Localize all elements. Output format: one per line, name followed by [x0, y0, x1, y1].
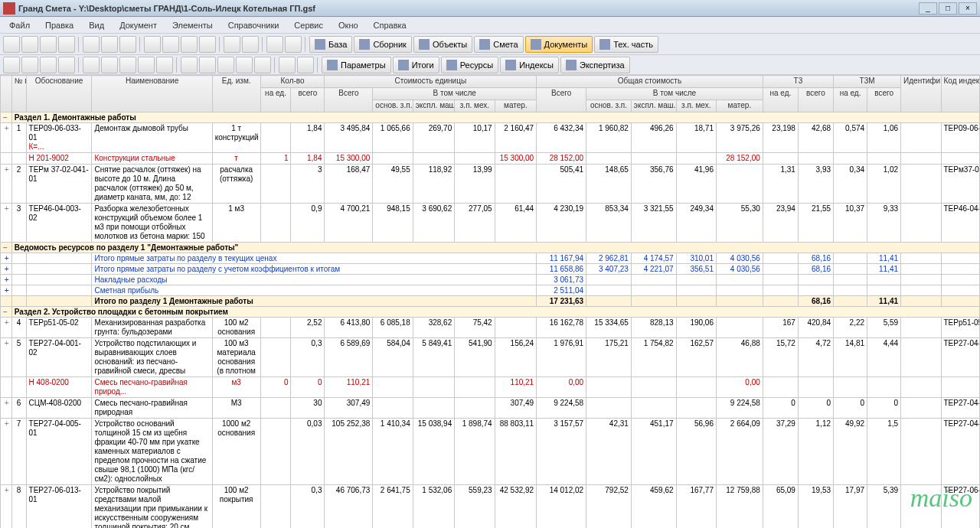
minimize-button[interactable]: _ — [919, 2, 937, 15]
tool-open-icon[interactable] — [21, 36, 38, 53]
col-name[interactable]: Наименование — [92, 76, 212, 112]
summary-row[interactable]: +Итого прямые затраты по разделу с учето… — [1, 264, 980, 275]
tool2-8-icon[interactable] — [138, 57, 155, 73]
tool2-16-icon[interactable] — [297, 57, 314, 73]
col-tz[interactable]: Т3 — [763, 76, 833, 88]
col-npp[interactable]: № п.п — [11, 76, 26, 112]
menu-refs[interactable]: Справочники — [222, 19, 286, 31]
col-osn[interactable]: Обоснование — [26, 76, 92, 112]
menu-view[interactable]: Вид — [83, 19, 110, 31]
col-qty[interactable]: Кол-во — [260, 76, 325, 88]
indices-icon — [505, 60, 516, 70]
tool2-7-icon[interactable] — [119, 57, 136, 73]
tool-new-icon[interactable] — [3, 36, 20, 53]
table-row[interactable]: + 6СЦМ-408-0200Смесь песчано-гравийная п… — [1, 398, 980, 419]
tool2-1-icon[interactable] — [3, 57, 20, 73]
menu-help[interactable]: Справка — [368, 19, 413, 31]
col-tzm[interactable]: Т3М — [834, 76, 901, 88]
col-ident[interactable]: Идентифи катор — [901, 76, 941, 112]
tool2-9-icon[interactable] — [156, 57, 173, 73]
tool-delete-icon[interactable] — [199, 36, 216, 53]
menubar: Файл Правка Вид Документ Элементы Справо… — [0, 17, 980, 34]
tool2-6-icon[interactable] — [101, 57, 118, 73]
objects-icon — [419, 39, 430, 50]
tool-undo-icon[interactable] — [224, 36, 240, 53]
col-code[interactable]: Код индекс — [941, 76, 980, 112]
tool-forward-icon[interactable] — [101, 36, 118, 53]
btn-collection[interactable]: Сборник — [354, 36, 412, 53]
summary-row[interactable]: +Сметная прибыль 2 511,04 — [1, 285, 980, 296]
tool2-15-icon[interactable] — [279, 57, 296, 73]
btn-totals[interactable]: Итоги — [393, 57, 439, 73]
btn-tech[interactable]: Тех. часть — [594, 36, 658, 53]
tool2-13-icon[interactable] — [236, 57, 253, 73]
tool2-10-icon[interactable] — [181, 57, 198, 73]
btn-indices[interactable]: Индексы — [500, 57, 559, 73]
tool-save-icon[interactable] — [40, 36, 57, 53]
total-row[interactable]: Итого по разделу 1 Демонтажные работы 17… — [1, 296, 980, 307]
tool-search-icon[interactable] — [285, 36, 302, 53]
collection-icon — [359, 39, 370, 50]
menu-file[interactable]: Файл — [3, 19, 36, 31]
menu-document[interactable]: Документ — [113, 19, 163, 31]
expertise-icon — [566, 60, 577, 70]
summary-row[interactable]: +Накладные расходы 3 061,73 — [1, 275, 980, 285]
toolbar-main: База Сборник Объекты Смета Документы Тех… — [0, 34, 980, 55]
grid-container: № п.п Обоснование Наименование Ед. изм. … — [0, 75, 980, 528]
tool2-4-icon[interactable] — [58, 57, 75, 73]
maximize-button[interactable]: □ — [939, 2, 957, 15]
tech-icon — [599, 39, 610, 50]
table-row[interactable]: + 7ТЕР27-04-005-01Устройство оснований т… — [1, 419, 980, 485]
tool-up-icon[interactable] — [119, 36, 136, 53]
menu-service[interactable]: Сервис — [288, 19, 329, 31]
tool2-11-icon[interactable] — [199, 57, 216, 73]
estimate-grid[interactable]: № п.п Обоснование Наименование Ед. изм. … — [0, 75, 980, 528]
tool2-14-icon[interactable] — [254, 57, 271, 73]
table-row[interactable]: + 2ТЕРм 37-02-041-01Снятие расчалок (отт… — [1, 165, 980, 204]
tool-cut-icon[interactable] — [144, 36, 161, 53]
col-totalcost[interactable]: Общая стоимость — [537, 76, 763, 88]
table-row[interactable]: + 5ТЕР27-04-001-02Устройство подстилающи… — [1, 338, 980, 377]
btn-params[interactable]: Параметры — [322, 57, 391, 73]
toolbar-secondary: Параметры Итоги Ресурсы Индексы Эксперти… — [0, 55, 980, 75]
menu-edit[interactable]: Правка — [39, 19, 80, 31]
tool-print-icon[interactable] — [58, 36, 75, 53]
app-icon — [3, 2, 15, 15]
btn-objects[interactable]: Объекты — [413, 36, 472, 53]
btn-resources[interactable]: Ресурсы — [441, 57, 498, 73]
resources-icon — [446, 60, 457, 70]
tool2-5-icon[interactable] — [83, 57, 100, 73]
section-header[interactable]: −Раздел 2. Устройство площадки с бетонны… — [1, 307, 980, 318]
table-row[interactable]: + 8ТЕР27-06-013-01Устройство покрытий ср… — [1, 485, 980, 529]
btn-expertise[interactable]: Экспертиза — [560, 57, 630, 73]
window-title: Гранд Смета - Y:\Desktop\сметы ГРАНД\1-С… — [18, 4, 919, 13]
tool2-2-icon[interactable] — [21, 57, 38, 73]
close-button[interactable]: × — [959, 2, 977, 15]
table-row[interactable]: + 4ТЕРр51-05-02Механизированная разработ… — [1, 318, 980, 338]
titlebar: Гранд Смета - Y:\Desktop\сметы ГРАНД\1-С… — [0, 0, 980, 17]
section-header[interactable]: −Раздел 1. Демонтажные работы — [1, 112, 980, 123]
params-icon — [327, 60, 338, 70]
menu-elements[interactable]: Элементы — [166, 19, 219, 31]
tool2-12-icon[interactable] — [217, 57, 234, 73]
menu-window[interactable]: Окно — [332, 19, 364, 31]
table-row[interactable]: + 1ТЕР09-06-033-01К=...Демонтаж дымовой … — [1, 123, 980, 153]
table-row[interactable]: Н 408-0200Смесь песчано-гравийная природ… — [1, 377, 980, 398]
tool-refresh-icon[interactable] — [266, 36, 283, 53]
tool-back-icon[interactable] — [83, 36, 100, 53]
tool-paste-icon[interactable] — [181, 36, 198, 53]
table-row[interactable]: Н 201-9002Конструкции стальныет 11,84 15… — [1, 153, 980, 165]
btn-documents[interactable]: Документы — [525, 36, 593, 53]
documents-icon — [531, 39, 541, 50]
col-unitcost[interactable]: Стоимость единицы — [325, 76, 537, 88]
tool-copy-icon[interactable] — [162, 36, 179, 53]
col-unit[interactable]: Ед. изм. — [212, 76, 260, 112]
summary-row[interactable]: +Итого прямые затраты по разделу в текущ… — [1, 253, 980, 264]
btn-estimate[interactable]: Смета — [474, 36, 523, 53]
resource-header[interactable]: −Ведомость ресурсов по разделу 1 "Демонт… — [1, 243, 980, 253]
tool2-3-icon[interactable] — [40, 57, 57, 73]
tool-redo-icon[interactable] — [242, 36, 259, 53]
btn-base[interactable]: База — [309, 36, 352, 53]
base-icon — [315, 39, 325, 50]
table-row[interactable]: + 3ТЕР46-04-003-02Разборка железобетонны… — [1, 204, 980, 243]
